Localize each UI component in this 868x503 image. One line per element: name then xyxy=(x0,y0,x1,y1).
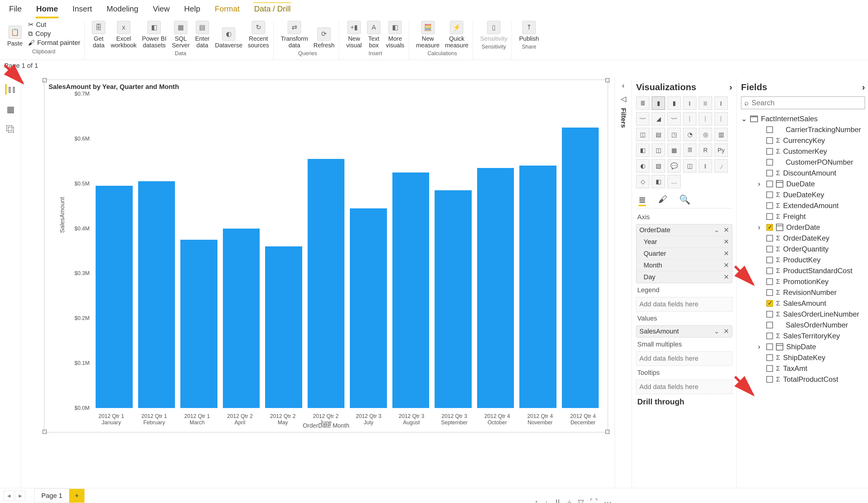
checkbox[interactable] xyxy=(766,256,773,263)
recent-sources-button[interactable]: ↻Recent sources xyxy=(248,21,269,49)
viz-type-button[interactable]: ◫ xyxy=(683,159,696,172)
resize-handle[interactable] xyxy=(42,78,47,82)
field-item[interactable]: CarrierTrackingNumber xyxy=(741,124,865,135)
menu-view[interactable]: View xyxy=(152,2,170,18)
checkbox[interactable] xyxy=(766,322,773,328)
menu-home[interactable]: Home xyxy=(35,2,59,18)
chevron-down-icon[interactable]: ⌄ xyxy=(714,327,719,335)
menu-format[interactable]: Format xyxy=(214,2,240,18)
chevron-right-icon[interactable]: › xyxy=(758,180,763,188)
chevron-right-icon[interactable]: › xyxy=(758,343,763,351)
viz-type-button[interactable]: ⦚ xyxy=(699,112,712,125)
chevron-down-icon[interactable]: ⌄ xyxy=(714,226,719,234)
field-item[interactable]: ΣProductStandardCost xyxy=(741,265,865,276)
checkbox[interactable] xyxy=(766,235,773,242)
viz-type-button[interactable]: 〰 xyxy=(668,112,681,125)
dataverse-button[interactable]: ◐Dataverse xyxy=(215,28,242,49)
viz-type-button[interactable]: ◔ xyxy=(683,128,696,141)
table-node[interactable]: ⌄ FactInternetSales xyxy=(741,113,865,124)
bar[interactable] xyxy=(350,208,387,408)
page-tab[interactable]: Page 1 xyxy=(34,489,69,503)
viz-type-button[interactable]: ▮ xyxy=(668,96,681,110)
checkbox[interactable] xyxy=(766,137,773,144)
checkbox[interactable] xyxy=(766,376,773,383)
well-legend[interactable]: Add data fields here xyxy=(636,297,732,312)
field-item[interactable]: ΣCurrencyKey xyxy=(741,135,865,146)
field-item[interactable]: ›ShipDate xyxy=(741,342,865,352)
checkbox[interactable] xyxy=(766,333,773,339)
field-item[interactable]: ΣDueDateKey xyxy=(741,189,865,200)
viz-type-button[interactable]: ◎ xyxy=(699,128,712,141)
sql-server-button[interactable]: ▦SQL Server xyxy=(172,21,190,49)
bar-chart-visual[interactable]: SalesAmount by Year, Quarter and Month S… xyxy=(44,80,608,432)
field-item[interactable]: ΣSalesTerritoryKey xyxy=(741,331,865,342)
viz-type-button[interactable]: ◇ xyxy=(636,175,649,188)
well-small-multiples[interactable]: Add data fields here xyxy=(636,351,732,366)
field-item[interactable]: ›DueDate xyxy=(741,179,865,189)
viz-type-button[interactable]: ⦚ xyxy=(714,112,728,125)
excel-button[interactable]: xExcel workbook xyxy=(111,21,137,49)
resize-handle[interactable] xyxy=(42,430,47,434)
checkbox[interactable] xyxy=(766,191,773,198)
next-page-icon[interactable]: ▸ xyxy=(15,491,25,501)
field-item[interactable]: ΣFreight xyxy=(741,211,865,222)
viz-type-button[interactable]: ⫿ xyxy=(714,96,728,110)
bar[interactable] xyxy=(519,166,556,408)
axis-level[interactable]: Day✕ xyxy=(637,271,732,283)
get-data-button[interactable]: 🗄Get data xyxy=(92,21,105,49)
field-item[interactable]: ΣRevisionNumber xyxy=(741,287,865,298)
field-item[interactable]: ΣPromotionKey xyxy=(741,276,865,287)
viz-type-button[interactable]: ◫ xyxy=(652,144,665,157)
checkbox[interactable] xyxy=(766,344,773,350)
menu-modeling[interactable]: Modeling xyxy=(106,2,139,18)
field-item[interactable]: ΣOrderDateKey xyxy=(741,233,865,244)
viz-type-button[interactable]: ▤ xyxy=(652,128,665,141)
field-item[interactable]: ΣDiscountAmount xyxy=(741,168,865,179)
refresh-button[interactable]: ⟳Refresh xyxy=(313,28,334,49)
viz-type-button[interactable]: ◧ xyxy=(652,175,665,188)
bar[interactable] xyxy=(392,172,430,408)
viz-type-button[interactable]: ◫ xyxy=(636,128,649,141)
bar[interactable] xyxy=(180,240,217,408)
transform-data-button[interactable]: ⇄Transform data xyxy=(281,21,308,49)
resize-handle[interactable] xyxy=(605,78,610,82)
viz-type-button[interactable]: ▦ xyxy=(668,144,681,157)
bar[interactable] xyxy=(96,186,133,408)
field-item[interactable]: ›OrderDate xyxy=(741,222,865,233)
checkbox[interactable] xyxy=(766,213,773,220)
cut-button[interactable]: ✂Cut xyxy=(28,21,80,29)
quick-measure-button[interactable]: ⚡Quick measure xyxy=(445,21,468,49)
checkbox[interactable] xyxy=(766,148,773,155)
viz-type-button[interactable]: ▥ xyxy=(714,128,728,141)
resize-handle[interactable] xyxy=(605,430,610,434)
bar[interactable] xyxy=(477,168,514,408)
viz-type-button[interactable]: ≣ xyxy=(636,96,649,110)
chevron-left-icon[interactable]: ‹ xyxy=(622,81,624,90)
chevron-right-icon[interactable]: › xyxy=(729,82,732,92)
viz-type-button[interactable]: ◳ xyxy=(668,128,681,141)
publish-button[interactable]: ⤒Publish xyxy=(519,21,539,42)
remove-icon[interactable]: ✕ xyxy=(724,261,729,269)
copy-button[interactable]: ⧉Copy xyxy=(28,30,80,38)
viz-type-button[interactable]: ⫼ xyxy=(699,96,712,110)
field-item[interactable]: ΣShipDateKey xyxy=(741,352,865,363)
viz-type-button[interactable]: ▧ xyxy=(652,159,665,172)
search-input[interactable] xyxy=(752,98,862,107)
axis-field[interactable]: OrderDate xyxy=(639,226,670,234)
pbi-datasets-button[interactable]: ◧Power BI datasets xyxy=(142,21,166,49)
field-item[interactable]: SalesOrderNumber xyxy=(741,319,865,331)
text-box-button[interactable]: AText box xyxy=(367,21,380,49)
fields-tab[interactable]: ≣ xyxy=(639,194,646,206)
add-page-button[interactable]: + xyxy=(69,489,84,503)
checkbox[interactable] xyxy=(766,354,773,361)
enter-data-button[interactable]: ▤Enter data xyxy=(195,21,210,49)
remove-icon[interactable]: ✕ xyxy=(724,226,729,234)
menu-insert[interactable]: Insert xyxy=(72,2,93,18)
new-visual-button[interactable]: +▮New visual xyxy=(346,21,362,49)
menu-file[interactable]: File xyxy=(9,2,22,18)
checkbox[interactable] xyxy=(766,159,773,166)
checkbox[interactable] xyxy=(766,268,773,274)
field-item[interactable]: ΣOrderQuantity xyxy=(741,244,865,254)
prev-page-icon[interactable]: ◂ xyxy=(4,491,14,501)
checkbox[interactable] xyxy=(766,170,773,176)
